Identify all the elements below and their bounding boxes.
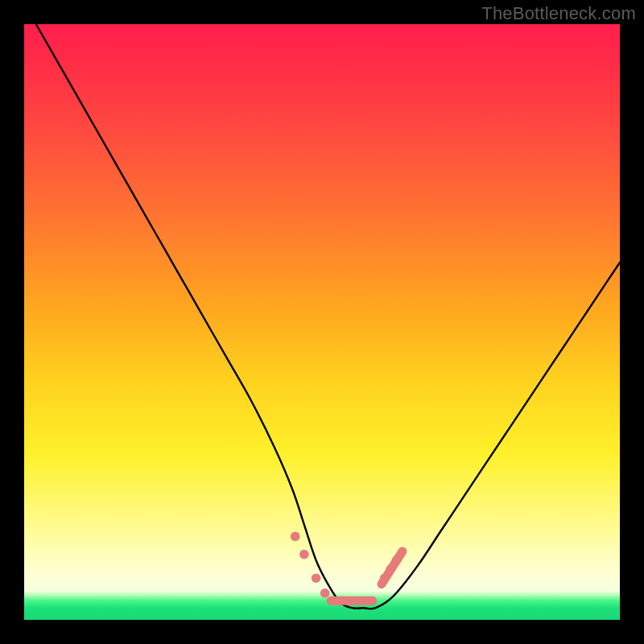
watermark-text: TheBottleneck.com [481,3,636,24]
highlight-dot [299,550,309,559]
curve-svg [24,24,620,620]
highlight-markers [291,532,402,601]
highlight-dot [392,555,402,565]
highlight-dot [312,573,321,583]
highlight-dot [320,588,330,598]
chart-frame: TheBottleneck.com [0,0,644,644]
plot-area [24,24,620,620]
highlight-dot [386,564,395,574]
highlight-dot [380,573,390,583]
highlight-dot [291,532,300,542]
bottleneck-curve-path [36,24,620,609]
